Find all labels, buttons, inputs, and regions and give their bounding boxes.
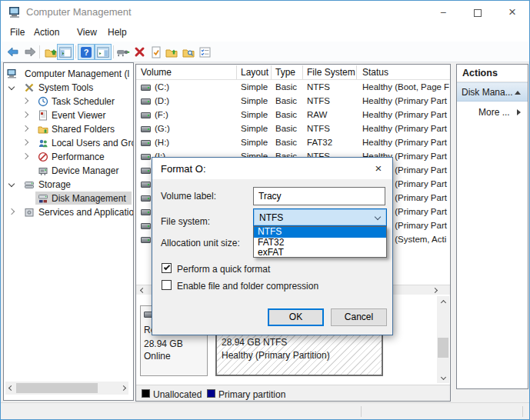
column-header-file-system[interactable]: File System	[307, 67, 355, 78]
legend-swatch	[142, 389, 150, 398]
sidebar-item-services-and-applicatio[interactable]: Services and Applicatio	[4, 205, 133, 219]
volume-icon	[141, 140, 151, 146]
toolbar-separator	[39, 45, 40, 58]
legend: UnallocatedPrimary partition	[136, 385, 451, 402]
show-action-pane-icon[interactable]	[95, 44, 112, 60]
scroll-up-icon[interactable]	[438, 298, 448, 307]
column-separator[interactable]	[236, 65, 237, 79]
table-row[interactable]: (C:)SimpleBasicNTFSHealthy (Boot, Page F	[136, 81, 451, 95]
find-icon[interactable]	[181, 44, 196, 60]
sidebar-item-event-viewer[interactable]: Event Viewer	[4, 108, 133, 122]
cancel-button[interactable]: Cancel	[331, 308, 387, 326]
column-header-volume[interactable]: Volume	[141, 67, 172, 78]
quick-format-checkbox[interactable]	[162, 263, 172, 273]
delete-icon[interactable]	[132, 44, 147, 60]
sidebar-item-task-scheduler[interactable]: Task Scheduler	[4, 95, 133, 108]
sidebar-item-computer-management-l[interactable]: Computer Management (l	[4, 67, 133, 81]
console-tree: Computer Management (lSystem ToolsTask S…	[3, 62, 134, 401]
table-row[interactable]: (D:)SimpleBasicNTFSHealthy (Primary Part	[136, 95, 451, 108]
scroll-right-icon[interactable]	[430, 287, 439, 294]
chevron-right-icon[interactable]	[8, 208, 15, 215]
cell-volume: (C:)	[155, 82, 169, 92]
file-system-combobox[interactable]: NTFS	[253, 208, 387, 226]
sidebar-item-disk-management[interactable]: Disk Management	[4, 192, 133, 205]
checklist-icon[interactable]	[197, 44, 212, 60]
dropdown-option-fat32[interactable]: FAT32	[254, 238, 386, 248]
scrollbar-thumb[interactable]	[16, 383, 98, 393]
scroll-left-icon[interactable]	[6, 385, 15, 392]
column-separator[interactable]	[356, 65, 357, 79]
sidebar-item-shared-folders[interactable]: Shared Folders	[4, 122, 133, 136]
ok-button[interactable]: OK	[268, 308, 324, 326]
sidebar-item-storage[interactable]: Storage	[4, 178, 133, 192]
up-level-icon[interactable]	[43, 44, 58, 60]
tree-horizontal-scrollbar[interactable]	[5, 382, 128, 395]
chevron-right-icon[interactable]	[22, 98, 28, 104]
maximize-button[interactable]	[465, 1, 491, 24]
compression-label: Enable file and folder compression	[177, 281, 318, 292]
sidebar-item-label: System Tools	[38, 81, 93, 95]
column-header-status[interactable]: Status	[362, 67, 388, 78]
actions-more-item[interactable]: More ...	[457, 103, 528, 122]
scroll-down-icon[interactable]	[438, 372, 448, 382]
column-header-layout[interactable]: Layout	[241, 67, 268, 78]
dialog-title-bar[interactable]: Format O: ×	[152, 158, 392, 179]
cell-status: Healthy (Primary Part	[362, 138, 450, 147]
minimize-button[interactable]: −	[430, 1, 456, 24]
scroll-right-icon[interactable]	[118, 385, 128, 392]
column-separator[interactable]	[271, 65, 272, 79]
cell-type: Basic	[275, 138, 297, 147]
sidebar-item-performance[interactable]: Performance	[4, 150, 133, 164]
volume-label-label: Volume label:	[161, 191, 216, 202]
graph-vertical-scrollbar[interactable]	[437, 296, 449, 383]
back-icon[interactable]	[5, 44, 20, 60]
actions-section-disk-management[interactable]: Disk Mana...	[457, 82, 528, 102]
menu-action[interactable]: Action	[32, 24, 61, 42]
volume-icon	[141, 237, 151, 243]
close-button[interactable]: ×	[499, 1, 525, 24]
table-row[interactable]: (H:)SimpleBasicFAT32Healthy (Primary Par…	[136, 136, 451, 150]
toolbar-separator	[75, 45, 76, 58]
chevron-right-icon[interactable]	[22, 139, 28, 145]
column-separator[interactable]	[302, 65, 303, 79]
help-icon[interactable]: ?	[78, 44, 95, 60]
chevron-right-icon[interactable]	[22, 153, 28, 159]
chevron-down-icon[interactable]	[8, 181, 15, 187]
volume-icon	[141, 182, 151, 188]
cell-layout: Simple	[241, 96, 268, 105]
export-list-icon[interactable]	[164, 44, 179, 60]
show-console-tree-icon[interactable]	[57, 44, 74, 60]
volume-label-input[interactable]	[253, 187, 385, 205]
dropdown-option-exfat[interactable]: exFAT	[254, 248, 386, 258]
properties-icon[interactable]	[148, 44, 164, 60]
title-bar[interactable]: Computer Management − ×	[1, 1, 529, 24]
chevron-down-icon[interactable]	[8, 84, 15, 90]
chevron-right-icon[interactable]	[22, 125, 28, 132]
system-tools-icon	[24, 82, 35, 93]
chevron-right-icon[interactable]	[22, 112, 28, 118]
menu-file[interactable]: File	[8, 24, 26, 42]
compression-checkbox[interactable]	[162, 280, 172, 290]
file-system-dropdown-list: NTFSFAT32exFAT	[253, 226, 387, 258]
volume-icon	[141, 126, 151, 132]
actions-panel: Actions Disk Mana... More ...	[456, 64, 528, 389]
sidebar-item-device-manager[interactable]: Device Manager	[4, 164, 133, 178]
dropdown-option-ntfs[interactable]: NTFS	[254, 227, 386, 238]
table-row[interactable]: (F:)SimpleBasicRAWHealthy (Primary Part	[136, 108, 451, 122]
cell-layout: Simple	[241, 138, 268, 147]
scrollbar-thumb[interactable]	[438, 338, 448, 358]
menu-view[interactable]: View	[75, 24, 98, 42]
sidebar-item-local-users-and-gro[interactable]: Local Users and Gro	[4, 136, 133, 150]
forward-icon[interactable]	[22, 44, 38, 60]
column-header-type[interactable]: Type	[275, 67, 295, 78]
menu-help[interactable]: Help	[106, 24, 128, 42]
status-bar	[1, 402, 529, 419]
dialog-close-icon[interactable]: ×	[371, 161, 386, 176]
allocation-unit-size-label: Allocation unit size:	[161, 238, 240, 248]
table-row[interactable]: (G:)SimpleBasicNTFSHealthy (Primary Part	[136, 122, 451, 136]
quick-format-label: Perform a quick format	[177, 264, 270, 275]
volume-list-header[interactable]: VolumeLayoutTypeFile SystemStatus	[136, 65, 451, 80]
scroll-left-icon[interactable]	[138, 287, 147, 294]
remote-console-icon[interactable]	[115, 44, 131, 60]
sidebar-item-system-tools[interactable]: System Tools	[4, 81, 133, 95]
